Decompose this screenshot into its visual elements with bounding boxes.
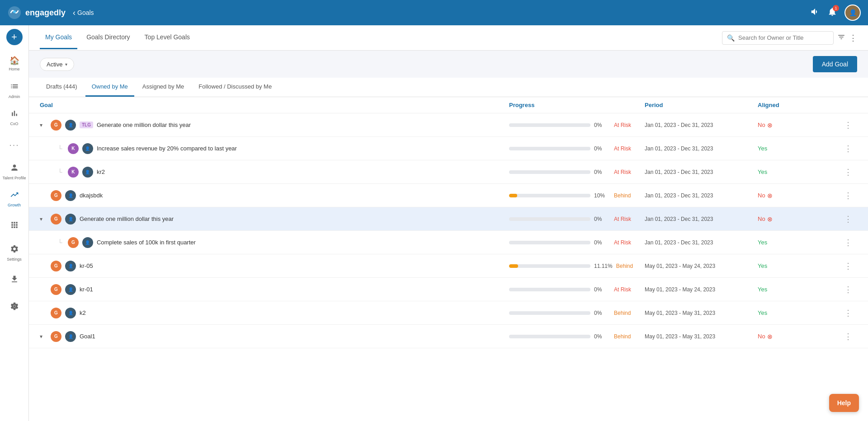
- sidebar-item-cxo[interactable]: CxO: [2, 105, 27, 130]
- goal-title[interactable]: k2: [80, 309, 86, 316]
- goal-title[interactable]: kr-01: [80, 286, 93, 293]
- progress-bar: [509, 147, 590, 150]
- more-options-icon[interactable]: ⋮: [849, 33, 857, 43]
- add-button[interactable]: +: [6, 29, 23, 45]
- aligned-cell: No ⊗: [758, 192, 839, 199]
- growth-icon: [10, 190, 19, 201]
- tab-goals-directory[interactable]: Goals Directory: [81, 26, 135, 49]
- goal-title[interactable]: Increase sales revenue by 20% compared t…: [97, 145, 237, 152]
- help-button[interactable]: Help: [829, 394, 859, 412]
- expand-button[interactable]: ▾: [40, 333, 47, 340]
- progress-cell: 10% Behind: [509, 192, 645, 199]
- row-menu-button[interactable]: ⋮: [839, 332, 857, 341]
- col-header-aligned: Aligned: [758, 102, 839, 108]
- goal-title[interactable]: Goal1: [80, 333, 95, 340]
- row-menu-button[interactable]: ⋮: [839, 214, 857, 224]
- goal-icon: K: [68, 143, 79, 154]
- row-menu-button[interactable]: ⋮: [839, 144, 857, 154]
- search-input[interactable]: [738, 34, 829, 41]
- sidebar-item-gear2[interactable]: [2, 295, 27, 320]
- goal-title[interactable]: kr-05: [80, 262, 93, 269]
- goal-cell: └ K 👤 Increase sales revenue by 20% comp…: [40, 143, 509, 154]
- aligned-cell: No ⊗: [758, 333, 839, 340]
- period-cell: Jan 01, 2023 - Dec 31, 2023: [645, 216, 758, 222]
- tab-top-level-goals[interactable]: Top Level Goals: [139, 26, 195, 49]
- remove-alignment-icon[interactable]: ⊗: [767, 215, 773, 223]
- chevron-down-icon: ▾: [65, 62, 67, 67]
- announcements-icon[interactable]: [810, 7, 820, 19]
- sidebar-item-apps[interactable]: [2, 213, 27, 239]
- col-header-actions: [839, 102, 857, 108]
- sub-tab-drafts[interactable]: Drafts (444): [40, 78, 84, 97]
- aligned-value: No: [758, 215, 765, 222]
- more-dots-icon: ···: [9, 140, 19, 150]
- progress-percent: 0%: [594, 122, 610, 128]
- row-menu-button[interactable]: ⋮: [839, 167, 857, 177]
- period-cell: Jan 01, 2023 - Dec 31, 2023: [645, 239, 758, 246]
- period-cell: Jan 01, 2023 - Dec 31, 2023: [645, 169, 758, 175]
- remove-alignment-icon[interactable]: ⊗: [767, 333, 773, 340]
- row-menu-button[interactable]: ⋮: [839, 238, 857, 248]
- sidebar-item-growth[interactable]: Growth: [2, 186, 27, 211]
- active-filter-dropdown[interactable]: Active ▾: [40, 58, 74, 71]
- goal-icon: G: [51, 214, 61, 225]
- sidebar-item-talent-profile[interactable]: Talent Profile: [2, 159, 27, 184]
- progress-cell: 0% At Risk: [509, 286, 645, 293]
- status-badge: At Risk: [614, 145, 631, 152]
- expand-button[interactable]: ▾: [40, 122, 47, 128]
- status-badge: Behind: [616, 263, 633, 269]
- sidebar-item-download[interactable]: [2, 267, 27, 293]
- row-menu-button[interactable]: ⋮: [839, 285, 857, 295]
- admin-icon: [10, 82, 19, 93]
- sidebar-item-settings[interactable]: Settings: [2, 240, 27, 266]
- remove-alignment-icon[interactable]: ⊗: [767, 122, 773, 129]
- progress-cell: 0% Behind: [509, 310, 645, 316]
- goal-title[interactable]: Complete sales of 100k in first quarter: [97, 239, 196, 246]
- goal-title[interactable]: dkajsbdk: [80, 192, 103, 199]
- status-badge: Behind: [614, 310, 631, 316]
- row-menu-button[interactable]: ⋮: [839, 308, 857, 318]
- progress-percent: 0%: [594, 239, 610, 246]
- goal-cell: ▾ G 👤 kr-01: [40, 284, 509, 295]
- sidebar-label-home: Home: [9, 67, 19, 71]
- row-menu-button[interactable]: ⋮: [839, 261, 857, 271]
- remove-alignment-icon[interactable]: ⊗: [767, 192, 773, 199]
- sidebar-label-growth: Growth: [8, 203, 21, 207]
- goals-table: Goal Progress Period Aligned ▾ G 👤 TLG G…: [29, 97, 868, 421]
- filter-icon[interactable]: [837, 33, 845, 43]
- sidebar-item-admin[interactable]: Admin: [2, 78, 27, 103]
- notifications-icon[interactable]: 1: [827, 7, 837, 19]
- aligned-value: Yes: [758, 239, 767, 246]
- logo[interactable]: engagedly: [7, 5, 66, 20]
- sub-tab-assigned-by-me[interactable]: Assigned by Me: [136, 78, 191, 97]
- progress-percent: 10%: [594, 192, 610, 199]
- apps-icon: [10, 220, 19, 232]
- expand-button[interactable]: ▾: [40, 216, 47, 222]
- search-box[interactable]: 🔍: [722, 31, 834, 45]
- nav-icons: 1 👤: [810, 5, 861, 21]
- table-row: ▾ G 👤 kr-01 0% At Risk May 01, 2023 - Ma…: [29, 278, 868, 301]
- aligned-cell: Yes: [758, 286, 839, 293]
- aligned-value: No: [758, 122, 765, 128]
- row-menu-button[interactable]: ⋮: [839, 120, 857, 130]
- add-goal-button[interactable]: Add Goal: [813, 56, 857, 72]
- row-menu-button[interactable]: ⋮: [839, 191, 857, 201]
- svg-point-2: [13, 305, 15, 307]
- sub-tab-followed[interactable]: Followed / Discussed by Me: [192, 78, 278, 97]
- sidebar-item-home[interactable]: 🏠 Home: [2, 51, 27, 76]
- goal-title[interactable]: Generate one million dollar this year: [80, 215, 174, 222]
- goal-title[interactable]: kr2: [97, 168, 105, 175]
- back-button[interactable]: Goals: [73, 8, 94, 18]
- sidebar-item-more[interactable]: ···: [2, 132, 27, 157]
- avatar: 👤: [65, 190, 76, 201]
- goal-title[interactable]: Generate one million dollar this year: [97, 122, 191, 128]
- tlg-badge: TLG: [80, 122, 93, 128]
- user-avatar[interactable]: 👤: [844, 5, 861, 21]
- avatar: 👤: [82, 167, 93, 178]
- tab-my-goals[interactable]: My Goals: [40, 26, 77, 49]
- sidebar: + 🏠 Home Admin CxO ··· Talent Profile: [0, 25, 29, 421]
- aligned-cell: Yes: [758, 168, 839, 175]
- progress-bar: [509, 170, 590, 174]
- table-row: ▾ G 👤 Generate one million dollar this y…: [29, 207, 868, 231]
- sub-tab-owned-by-me[interactable]: Owned by Me: [85, 78, 134, 97]
